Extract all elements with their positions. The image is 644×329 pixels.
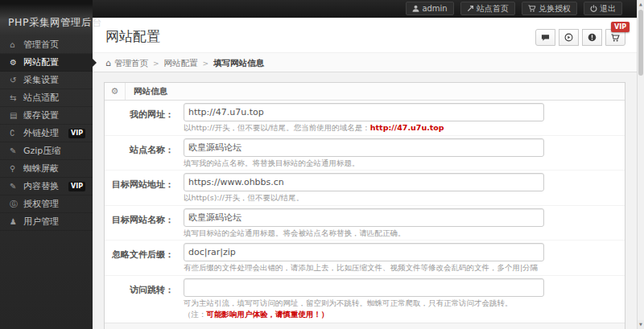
sidebar-item-dashboard[interactable]: ⌂管理首页 bbox=[0, 36, 93, 54]
active-item-arrow bbox=[93, 59, 97, 67]
sidebar: PHP采集网管理后台 ⌂管理首页 ⚙网站配置 ↺采集设置 ⇆站点适配 ▤缓存设置… bbox=[0, 0, 93, 329]
app-brand: PHP采集网管理后台 bbox=[0, 0, 93, 36]
sidebar-item-cache-settings[interactable]: ▤缓存设置 bbox=[0, 107, 93, 125]
gear-icon: ⚙ bbox=[10, 54, 23, 71]
site-info-panel: ⚙ 网站信息 我的网址： 以http://开头，但不要以/结尾。您当前使用的域名… bbox=[104, 82, 625, 329]
sidebar-item-user-manage[interactable]: ♟用户管理 bbox=[0, 213, 93, 231]
site-home-label: 站点首页 bbox=[477, 4, 509, 13]
header-tools: VIP bbox=[536, 29, 625, 46]
sidebar-item-site-adapt[interactable]: ⇆站点适配 bbox=[0, 89, 93, 107]
main-content: 网站配置 VIP ⌂管理首页>网站配置>填写网站信息 ⚙ 网站信息 我的网址： … bbox=[93, 18, 637, 329]
sidebar-item-spider-block[interactable]: ⚲蜘蛛屏蔽 bbox=[0, 160, 93, 178]
external-arrow-icon bbox=[467, 5, 474, 12]
sidebar-item-site-config[interactable]: ⚙网站配置 bbox=[0, 54, 93, 72]
visit-redirect-input[interactable] bbox=[184, 278, 544, 297]
pencil-icon: ✎ bbox=[10, 142, 23, 159]
breadcrumb-home-link[interactable]: ⌂管理首页 bbox=[105, 58, 148, 68]
key-icon: Ⓖ bbox=[10, 195, 23, 212]
sidebar-item-collect-settings[interactable]: ↺采集设置 bbox=[0, 72, 93, 89]
vip-badge: VIP bbox=[68, 182, 85, 191]
field-label: 站点名称： bbox=[105, 138, 174, 169]
topbar-menu: admin 站点首页 兑换授权 退出 bbox=[403, 2, 622, 17]
panel-header: ⚙ 网站信息 bbox=[105, 83, 625, 101]
sidebar-item-content-replace[interactable]: ✎内容替换VIP bbox=[0, 178, 93, 195]
scroll-up-arrow[interactable]: ▲ bbox=[638, 0, 644, 9]
warning-text: 可能影响用户体验，请慎重使用！） bbox=[207, 310, 329, 319]
cart-icon bbox=[611, 34, 620, 42]
sidebar-item-external-links[interactable]: ∁外链处理VIP bbox=[0, 125, 93, 142]
form-actions: ✔保存 ↻重置 bbox=[105, 323, 625, 329]
form-row-target-name: 目标网站名称： 填写目标站的全站通用标题。将会被站点名称替换，请匹配正确。 bbox=[105, 205, 625, 241]
exchange-license-button[interactable]: 兑换授权 bbox=[522, 2, 577, 15]
vip-badge: VIP bbox=[68, 129, 85, 138]
form-row-visit-redirect: 访问跳转： 可为主站引流，填写可访问的网址，留空则为不跳转。蜘蛛可正常爬取，只有… bbox=[105, 275, 625, 322]
scroll-down-arrow[interactable]: ▼ bbox=[638, 320, 644, 329]
form-row-site-name: 站点名称： 填写我的站点名称。将替换目标站的全站通用标题。 bbox=[105, 135, 625, 171]
video-help-button[interactable] bbox=[559, 29, 579, 46]
field-label: 目标网站名称： bbox=[105, 208, 174, 239]
target-url-input[interactable] bbox=[184, 173, 544, 191]
cart-icon bbox=[528, 5, 536, 12]
sidebar-item-gzip[interactable]: ✎Gzip压缩 bbox=[0, 142, 93, 160]
panel-title: 网站信息 bbox=[126, 86, 167, 97]
my-url-input[interactable] bbox=[184, 103, 544, 121]
breadcrumb-current: 填写网站信息 bbox=[213, 58, 264, 68]
target-name-input[interactable] bbox=[184, 208, 544, 227]
field-label: 忽略文件后缀： bbox=[105, 243, 174, 273]
comment-icon bbox=[541, 34, 550, 42]
sidebar-item-license-manage[interactable]: Ⓖ授权管理 bbox=[0, 195, 93, 213]
breadcrumb: ⌂管理首页>网站配置>填写网站信息 bbox=[93, 52, 637, 72]
site-home-button[interactable]: 站点首页 bbox=[460, 2, 515, 15]
field-help: 填写目标站的全站通用标题。将会被站点名称替换，请匹配正确。 bbox=[184, 228, 544, 239]
field-help: 以http(s)://开头，但不要以/结尾。 bbox=[184, 193, 544, 204]
form-row-ignore-ext: 忽略文件后缀： 有些后缀的文件处理会出错的，请添加上去，比如压缩文件、视频文件等… bbox=[105, 240, 625, 275]
user-icon bbox=[412, 5, 419, 12]
field-label: 目标网站地址： bbox=[105, 173, 174, 204]
field-help-note: （注：可能影响用户体验，请慎重使用！） bbox=[184, 310, 544, 320]
field-label: 访问跳转： bbox=[105, 278, 174, 320]
help-button[interactable] bbox=[582, 29, 602, 46]
storage-icon: ▤ bbox=[10, 107, 23, 124]
ignore-ext-input[interactable] bbox=[184, 243, 544, 261]
scrollbar-thumb[interactable] bbox=[638, 10, 643, 76]
vip-ribbon-badge: VIP bbox=[611, 22, 630, 32]
breadcrumb-separator: > bbox=[153, 60, 159, 68]
home-icon: ⌂ bbox=[10, 36, 23, 53]
spider-icon: ⚲ bbox=[10, 160, 23, 177]
edit-icon: ✎ bbox=[10, 178, 23, 195]
feedback-button[interactable] bbox=[535, 29, 555, 46]
shuffle-icon: ⇆ bbox=[10, 89, 23, 106]
logout-button[interactable]: 退出 bbox=[584, 2, 622, 15]
field-label: 我的网址： bbox=[105, 103, 174, 134]
refresh-icon: ↺ bbox=[10, 72, 23, 88]
admin-user-button[interactable]: admin bbox=[406, 2, 453, 15]
content-area: ⚙ 网站信息 我的网址： 以http://开头，但不要以/结尾。您当前使用的域名… bbox=[93, 72, 637, 329]
exchange-license-label: 兑换授权 bbox=[539, 4, 571, 13]
current-domain-text: http://47.u7u.top bbox=[370, 123, 444, 132]
breadcrumb-separator: > bbox=[203, 60, 209, 68]
field-help: 可为主站引流，填写可访问的网址，留空则为不跳转。蜘蛛可正常爬取，只有正常访问才会… bbox=[184, 298, 544, 309]
form-row-target-url: 目标网站地址： 以http(s)://开头，但不要以/结尾。 bbox=[105, 170, 625, 205]
sidebar-menu: ⌂管理首页 ⚙网站配置 ↺采集设置 ⇆站点适配 ▤缓存设置 ∁外链处理VIP ✎… bbox=[0, 36, 93, 231]
link-icon: ∁ bbox=[10, 125, 23, 142]
vertical-scrollbar[interactable]: ▲ ▼ bbox=[637, 0, 644, 329]
form-row-my-url: 我的网址： 以http://开头，但不要以/结尾。您当前使用的域名是：http:… bbox=[105, 101, 625, 135]
page-header: 网站配置 VIP bbox=[93, 18, 637, 52]
admin-user-label: admin bbox=[422, 4, 447, 13]
power-icon bbox=[590, 5, 597, 12]
field-help: 以http://开头，但不要以/结尾。您当前使用的域名是：http://47.u… bbox=[184, 123, 544, 134]
home-icon: ⌂ bbox=[105, 58, 111, 68]
person-icon: ♟ bbox=[10, 213, 23, 230]
play-circle-icon bbox=[564, 33, 573, 42]
breadcrumb-section-link[interactable]: 网站配置 bbox=[164, 58, 198, 68]
field-help: 有些后缀的文件处理会出错的，请添加上去，比如压缩文件、视频文件等修改会乱码的文件… bbox=[184, 263, 544, 273]
info-circle-icon bbox=[588, 33, 597, 42]
field-help: 填写我的站点名称。将替换目标站的全站通用标题。 bbox=[184, 158, 544, 169]
topbar: admin 站点首页 兑换授权 退出 bbox=[0, 0, 637, 18]
site-name-input[interactable] bbox=[184, 138, 544, 157]
gear-icon: ⚙ bbox=[105, 83, 126, 100]
logout-label: 退出 bbox=[600, 4, 616, 13]
